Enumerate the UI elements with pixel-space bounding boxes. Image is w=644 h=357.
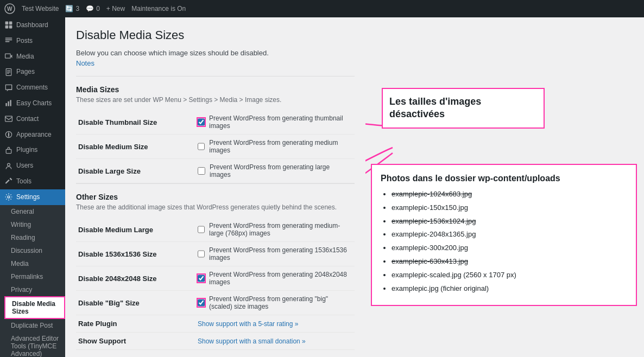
media-sizes-title: Media Sizes [76, 76, 355, 94]
svg-rect-15 [5, 103, 7, 106]
svg-rect-8 [5, 41, 10, 42]
save-section: Save Changes ! [76, 350, 355, 357]
table-row: Disable Medium Size Prevent WordPress fr… [76, 135, 355, 159]
table-row: Show Support Show support with a small d… [76, 333, 355, 350]
rate-plugin-link[interactable]: Show support with a 5-star rating » [198, 320, 298, 328]
media-sizes-desc: These sizes are set under WP Menu > Sett… [76, 96, 355, 104]
svg-rect-3 [9, 22, 12, 25]
updates-count[interactable]: 🔄3 [65, 5, 79, 12]
table-row: Disable Large Size Prevent WordPress fro… [76, 159, 355, 183]
submenu-duplicate-post[interactable]: Duplicate Post [4, 319, 65, 332]
big-checkbox[interactable] [198, 299, 205, 307]
site-name[interactable]: Test Website [22, 5, 59, 12]
submenu-general[interactable]: General [4, 205, 65, 218]
medium-large-label: Disable Medium Large [76, 218, 195, 242]
sidebar-item-users[interactable]: Users [0, 158, 65, 174]
big-desc: Prevent WordPress from generating "big" … [209, 295, 352, 310]
list-item: examplepic-630x413.jpg [392, 256, 627, 267]
svg-rect-17 [10, 100, 11, 106]
svg-rect-2 [5, 22, 9, 25]
large-label: Disable Large Size [76, 159, 195, 183]
2048-desc: Prevent WordPress from generating 2048x2… [209, 271, 352, 286]
list-item: examplepic-300x200.jpg [392, 243, 627, 254]
settings-submenu: General Writing Reading Discussion Media… [0, 205, 65, 357]
large-checkbox[interactable] [198, 167, 205, 175]
svg-rect-9 [5, 54, 11, 58]
sidebar-item-contact[interactable]: Contact [0, 111, 65, 127]
other-sizes-title: Other Sizes [76, 183, 355, 201]
rate-plugin-label: Rate Plugin [76, 315, 195, 333]
table-row: Disable 1536x1536 Size Prevent WordPress… [76, 242, 355, 266]
sidebar-item-easy-charts[interactable]: Easy Charts [0, 95, 65, 111]
list-item: examplepic-2048x1365.jpg [392, 229, 627, 240]
sidebar-item-comments[interactable]: Comments [0, 80, 65, 95]
list-item: examplepic-scaled.jpg (2560 x 1707 px) [392, 270, 627, 281]
svg-rect-18 [5, 116, 12, 122]
thumbnail-label: Disable Thumbnail Size [76, 110, 195, 135]
notes-link[interactable]: Notes [76, 59, 94, 67]
svg-text:W: W [7, 6, 12, 12]
1536-checkbox[interactable] [198, 250, 205, 258]
annotation-box2-title: Photos dans le dossier wp-content/upload… [381, 174, 627, 183]
submenu-writing[interactable]: Writing [4, 218, 65, 231]
large-desc: Prevent WordPress from generating large … [210, 163, 352, 178]
annotation-area: Les tailles d'images désactivées Photos … [365, 17, 644, 357]
sidebar-item-dashboard[interactable]: Dashboard [0, 17, 65, 33]
svg-point-21 [8, 163, 10, 166]
submenu-permalinks[interactable]: Permalinks [4, 270, 65, 283]
annotation-box1: Les tailles d'images désactivées [382, 88, 545, 129]
1536-label: Disable 1536x1536 Size [76, 242, 195, 266]
sidebar-item-pages[interactable]: Pages [0, 64, 65, 80]
comments-count[interactable]: 💬0 [86, 5, 100, 12]
other-sizes-desc: These are the additional image sizes tha… [76, 203, 355, 211]
thumbnail-checkbox[interactable] [198, 118, 205, 126]
svg-rect-6 [5, 38, 12, 39]
2048-checkbox[interactable] [198, 275, 205, 282]
main-content: Disable Media Sizes Below you can choose… [65, 17, 365, 357]
annotation-box2: Photos dans le dossier wp-content/upload… [371, 164, 637, 306]
medium-checkbox[interactable] [198, 143, 205, 150]
submenu-privacy[interactable]: Privacy [4, 283, 65, 296]
submenu-disable-media-sizes[interactable]: Disable Media Sizes [4, 296, 65, 319]
maintenance-status: Maintenance is On [131, 5, 186, 12]
sidebar-item-appearance[interactable]: Appearance [0, 127, 65, 143]
sidebar-item-tools[interactable]: Tools [0, 174, 65, 189]
svg-rect-4 [5, 25, 9, 29]
table-row: Disable "Big" Size Prevent WordPress fro… [76, 291, 355, 315]
annotation-list: examplepic-1024x683.jpg examplepic-150x1… [381, 189, 627, 294]
svg-rect-12 [7, 71, 10, 71]
svg-rect-7 [5, 40, 12, 41]
medium-large-checkbox[interactable] [198, 226, 205, 233]
submenu-reading[interactable]: Reading [4, 231, 65, 244]
svg-point-22 [8, 196, 10, 198]
new-item[interactable]: + New [106, 5, 125, 12]
medium-label: Disable Medium Size [76, 135, 195, 159]
page-description: Below you can choose which image sizes s… [76, 49, 355, 57]
submenu-discussion[interactable]: Discussion [4, 244, 65, 257]
media-sizes-table: Disable Thumbnail Size Prevent WordPress… [76, 110, 355, 183]
list-item: examplepic-1024x683.jpg [392, 189, 627, 200]
sidebar-item-posts[interactable]: Posts [0, 33, 65, 49]
table-row: Disable Medium Large Prevent WordPress f… [76, 218, 355, 242]
sidebar-item-settings[interactable]: Settings [0, 189, 65, 205]
submenu-advanced-editor-tools[interactable]: Advanced Editor Tools (TinyMCE Advanced) [4, 332, 65, 357]
show-support-link[interactable]: Show support with a small donation » [198, 337, 306, 345]
sidebar-item-plugins[interactable]: Plugins [0, 142, 65, 158]
medium-desc: Prevent WordPress from generating medium… [209, 139, 352, 154]
admin-bar: W Test Website 🔄3 💬0 + New Maintenance i… [0, 0, 644, 17]
table-row: Rate Plugin Show support with a 5-star r… [76, 315, 355, 333]
list-item: examplepic.jpg (fichier original) [392, 283, 627, 295]
2048-label: Disable 2048x2048 Size [76, 266, 195, 291]
show-support-label: Show Support [76, 333, 195, 350]
sidebar: Dashboard Posts Media Pages Comments Eas… [0, 17, 65, 357]
list-item: examplepic-1536x1024.jpg [392, 216, 627, 227]
medium-large-desc: Prevent WordPress from generating medium… [209, 222, 352, 237]
svg-rect-20 [6, 149, 11, 153]
svg-rect-16 [8, 101, 9, 106]
svg-rect-13 [7, 72, 10, 72]
svg-rect-14 [7, 73, 9, 73]
sidebar-item-media[interactable]: Media [0, 49, 65, 65]
submenu-media[interactable]: Media [4, 257, 65, 270]
svg-rect-5 [9, 25, 12, 29]
wp-logo-item[interactable]: W [4, 3, 15, 14]
